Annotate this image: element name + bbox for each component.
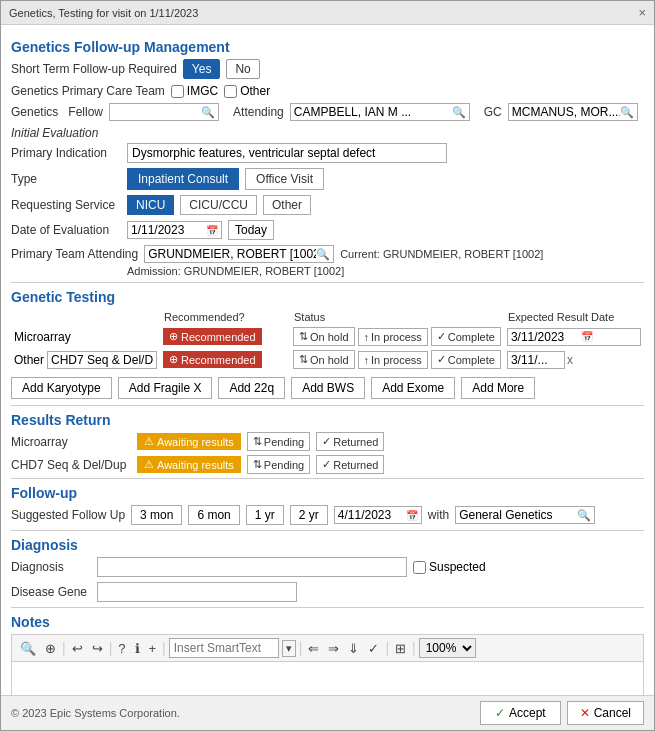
notes-info-button[interactable]: ℹ [132,640,143,657]
notes-arrow-right-button[interactable]: ⇒ [325,640,342,657]
microarray-recommended-badge[interactable]: ⊕ Recommended [163,328,262,345]
followup-provider-input[interactable] [459,508,577,522]
today-button[interactable]: Today [228,220,274,240]
primary-team-input[interactable] [148,247,316,261]
other-date-clear-icon[interactable]: x [567,353,573,367]
rr-chd7-pending-badge[interactable]: ⇅ Pending [247,455,310,474]
add-bws-button[interactable]: Add BWS [291,377,365,399]
close-icon[interactable]: × [638,5,646,20]
other-checkbox-label[interactable]: Other [224,84,270,98]
fellow-search-field[interactable]: 🔍 [109,103,219,121]
other-complete-badge[interactable]: ✓ Complete [431,350,501,369]
followup-date-input[interactable] [338,508,406,522]
notes-editable[interactable] [16,666,639,695]
microarray-inprocess-badge[interactable]: ↑ In process [358,328,428,346]
inpatient-consult-button[interactable]: Inpatient Consult [127,168,239,190]
date-eval-input[interactable] [131,223,206,237]
disease-gene-input[interactable] [97,582,297,602]
notes-redo-button[interactable]: ↪ [89,640,106,657]
accept-button[interactable]: ✓ Accept [480,701,561,725]
add-exome-button[interactable]: Add Exome [371,377,455,399]
suspected-checkbox[interactable] [413,561,426,574]
notes-search-button[interactable]: 🔍 [17,640,39,657]
microarray-onhold-badge[interactable]: ⇅ On hold [293,327,355,346]
other-checkbox[interactable] [224,85,237,98]
1yr-button[interactable]: 1 yr [246,505,284,525]
gc-search-icon[interactable]: 🔍 [620,106,634,119]
fellow-input[interactable] [113,105,201,119]
add-22q-button[interactable]: Add 22q [218,377,285,399]
other-onhold-badge[interactable]: ⇅ On hold [293,350,355,369]
rr-chd7-returned-badge[interactable]: ✓ Returned [316,455,384,474]
primary-team-search-icon[interactable]: 🔍 [316,248,330,261]
other-date-field[interactable] [507,351,565,369]
2yr-button[interactable]: 2 yr [290,505,328,525]
smarttext-expand-button[interactable]: ▾ [282,640,296,657]
yes-button[interactable]: Yes [183,59,221,79]
followup-provider-search[interactable]: 🔍 [455,506,595,524]
title-bar: Genetics, Testing for visit on 1/11/2023… [1,1,654,25]
footer: © 2023 Epic Systems Corporation. ✓ Accep… [1,695,654,730]
nicu-button[interactable]: NICU [127,195,174,215]
microarray-cal-icon[interactable]: 📅 [581,331,593,342]
other-name-input[interactable] [47,351,157,369]
primary-indication-input[interactable] [127,143,447,163]
attending-search-field[interactable]: 🔍 [290,103,470,121]
notes-textarea-area[interactable] [11,661,644,695]
notes-arrow-left-button[interactable]: ⇐ [305,640,322,657]
notes-add-button[interactable]: + [146,640,160,657]
rr-chd7-awaiting-badge[interactable]: ⚠ Awaiting results [137,456,241,473]
notes-table-button[interactable]: ⊞ [392,640,409,657]
primary-care-team-label: Genetics Primary Care Team [11,84,165,98]
followup-search-icon[interactable]: 🔍 [577,509,591,522]
fellow-search-icon[interactable]: 🔍 [201,106,215,119]
office-visit-button[interactable]: Office Visit [245,168,324,190]
suspected-checkbox-label[interactable]: Suspected [413,560,486,574]
notes-help-button[interactable]: ? [115,640,128,657]
notes-undo-button[interactable]: ↩ [69,640,86,657]
followup-date-field[interactable]: 📅 [334,506,422,524]
other-status-cell: ⇅ On hold ↑ In process ✓ Complete [290,348,504,371]
microarray-date-input[interactable] [511,330,581,344]
gc-input[interactable] [512,105,620,119]
suggested-followup-label: Suggested Follow Up [11,508,125,522]
toolbar-separator-2: | [109,640,113,656]
notes-binoculars-button[interactable]: ⊕ [42,640,59,657]
followup-cal-icon[interactable]: 📅 [406,510,418,521]
smarttext-input[interactable] [169,638,279,658]
genetic-testing-table: Recommended? Status Expected Result Date… [11,309,644,371]
attending-input[interactable] [294,105,452,119]
other-date-input[interactable] [511,353,561,367]
diagnosis-row: Diagnosis Suspected [11,557,644,577]
attending-search-icon[interactable]: 🔍 [452,106,466,119]
date-eval-row: Date of Evaluation 📅 Today [11,220,644,240]
gc-search-field[interactable]: 🔍 [508,103,638,121]
notes-check-button[interactable]: ✓ [365,640,382,657]
primary-team-search[interactable]: 🔍 [144,245,334,263]
diagnosis-input[interactable] [97,557,407,577]
add-karyotype-button[interactable]: Add Karyotype [11,377,112,399]
rr-microarray-label: Microarray [11,435,131,449]
no-button[interactable]: No [226,59,259,79]
microarray-date-field[interactable]: 📅 [507,328,641,346]
notes-arrow-down-button[interactable]: ⇓ [345,640,362,657]
6mon-button[interactable]: 6 mon [188,505,239,525]
other-inprocess-badge[interactable]: ↑ In process [358,351,428,369]
date-eval-field[interactable]: 📅 [127,221,222,239]
add-more-button[interactable]: Add More [461,377,535,399]
3mon-button[interactable]: 3 mon [131,505,182,525]
imgc-checkbox[interactable] [171,85,184,98]
add-fragile-x-button[interactable]: Add Fragile X [118,377,213,399]
imgc-checkbox-label[interactable]: IMGC [171,84,218,98]
zoom-select[interactable]: 100% 75% 125% [419,638,476,658]
rr-microarray-pending-badge[interactable]: ⇅ Pending [247,432,310,451]
calendar-icon[interactable]: 📅 [206,225,218,236]
cancel-button[interactable]: ✕ Cancel [567,701,644,725]
initial-eval-label: Initial Evaluation [11,126,644,140]
microarray-complete-badge[interactable]: ✓ Complete [431,327,501,346]
cicu-button[interactable]: CICU/CCU [180,195,257,215]
other-service-button[interactable]: Other [263,195,311,215]
rr-microarray-awaiting-badge[interactable]: ⚠ Awaiting results [137,433,241,450]
other-recommended-badge[interactable]: ⊕ Recommended [163,351,262,368]
rr-microarray-returned-badge[interactable]: ✓ Returned [316,432,384,451]
